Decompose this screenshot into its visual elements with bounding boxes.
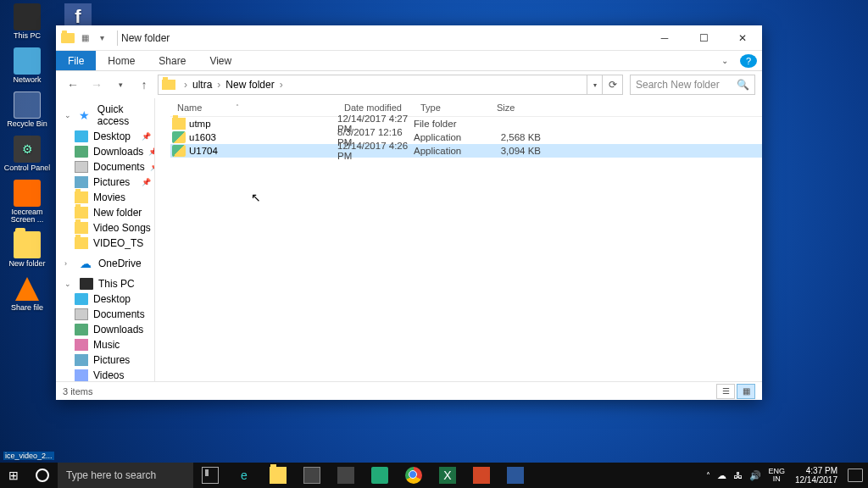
pin-icon: 📌 <box>148 147 155 156</box>
taskbar-edge-icon[interactable]: e <box>227 463 261 488</box>
nav-pc-documents[interactable]: Documents <box>56 307 154 322</box>
recent-locations-button[interactable]: ▾ <box>110 75 131 95</box>
tray-network-icon[interactable]: 🖧 <box>733 470 743 480</box>
nav-newfolder[interactable]: New folder <box>56 205 154 220</box>
nav-pc-music[interactable]: Music <box>56 337 154 352</box>
file-row-utmp[interactable]: utmp 12/14/2017 4:27 PM File folder <box>170 117 762 130</box>
desktop-icon-sharefile[interactable]: Share file <box>3 275 51 313</box>
nav-documents[interactable]: Documents📌 <box>56 159 154 175</box>
search-icon: 🔍 <box>737 79 749 91</box>
navigation-pane[interactable]: ⌄★Quick access Desktop📌 Downloads📌 Docum… <box>56 98 155 381</box>
system-tray[interactable]: ˄ ☁ 🖧 🔊 ENG IN <box>701 468 790 483</box>
taskbar-app-icon[interactable] <box>363 463 397 488</box>
column-type[interactable]: Type <box>414 103 490 113</box>
folder-icon <box>162 80 175 90</box>
nav-movies[interactable]: Movies <box>56 190 154 205</box>
view-details-button[interactable]: ☰ <box>716 384 735 399</box>
nav-quick-access[interactable]: ⌄★Quick access <box>56 102 154 129</box>
application-icon <box>172 131 186 143</box>
task-view-button[interactable] <box>193 463 227 488</box>
address-bar-row: ← → ▾ ↑ › ultra › New folder › ▾ ⟳ Searc… <box>56 71 762 98</box>
start-button[interactable]: ⊞ <box>0 463 27 488</box>
refresh-button[interactable]: ⟳ <box>603 75 623 95</box>
breadcrumb-segment[interactable]: New folder <box>224 79 275 91</box>
nav-videosongs[interactable]: Video Songs <box>56 220 154 236</box>
view-large-icons-button[interactable]: ▦ <box>737 384 755 399</box>
nav-videots[interactable]: VIDEO_TS <box>56 236 154 251</box>
column-name[interactable]: Name˄ <box>170 103 337 113</box>
file-explorer-window: ▦ ▾ New folder ─ ☐ ✕ File Home Share Vie… <box>56 25 762 400</box>
column-headers: Name˄ Date modified Type Size <box>170 98 762 117</box>
desktop-icon-recyclebin[interactable]: Recycle Bin <box>3 92 51 129</box>
folder-icon <box>172 118 186 130</box>
pin-icon: 📌 <box>142 178 151 186</box>
taskbar-store-icon[interactable] <box>295 463 329 488</box>
file-list-view: Name˄ Date modified Type Size utmp 12/14… <box>155 98 762 381</box>
nav-pc-videos[interactable]: Videos <box>56 368 154 381</box>
chevron-icon[interactable]: › <box>181 79 191 91</box>
sort-indicator-icon: ˄ <box>236 103 239 111</box>
ribbon-file-tab[interactable]: File <box>56 51 96 70</box>
chevron-icon[interactable]: › <box>214 79 224 91</box>
application-icon <box>172 145 186 157</box>
qat-newfolder-icon[interactable]: ▾ <box>95 31 108 45</box>
nav-thispc[interactable]: ⌄This PC <box>56 276 154 291</box>
file-row-u1603[interactable]: u1603 8/3/2017 12:16 PM Application 2,56… <box>170 130 762 144</box>
qat-properties-icon[interactable]: ▦ <box>78 31 92 45</box>
taskbar-clock[interactable]: 4:37 PM 12/14/2017 <box>790 466 843 485</box>
column-size[interactable]: Size <box>490 103 541 113</box>
window-title: New folder <box>121 32 170 44</box>
nav-pictures[interactable]: Pictures📌 <box>56 175 154 190</box>
chevron-icon[interactable]: › <box>276 79 287 91</box>
taskbar-word-icon[interactable] <box>498 463 532 488</box>
desktop-icon-newfolder[interactable]: New folder <box>3 231 51 269</box>
taskbar-explorer-icon[interactable] <box>261 463 295 488</box>
taskbar-search-input[interactable]: Type here to search <box>58 463 193 488</box>
tray-onedrive-icon[interactable]: ☁ <box>717 470 726 481</box>
folder-icon <box>61 33 75 43</box>
nav-desktop[interactable]: Desktop📌 <box>56 129 154 144</box>
nav-pc-pictures[interactable]: Pictures <box>56 352 154 368</box>
tray-volume-icon[interactable]: 🔊 <box>749 470 761 481</box>
address-dropdown-button[interactable]: ▾ <box>587 75 603 95</box>
taskbar-excel-icon[interactable]: X <box>431 463 465 488</box>
help-button[interactable]: ? <box>740 54 757 68</box>
desktop-icon-thispc[interactable]: This PC <box>3 3 51 41</box>
close-button[interactable]: ✕ <box>723 25 762 51</box>
desktop-selected-label[interactable]: ice_video_2... <box>3 452 54 460</box>
search-input[interactable]: Search New folder 🔍 <box>630 75 755 95</box>
desktop-icon-network[interactable]: Network <box>3 47 51 85</box>
nav-pc-downloads[interactable]: Downloads <box>56 322 154 337</box>
taskbar-powerpoint-icon[interactable] <box>465 463 498 488</box>
file-row-u1704[interactable]: U1704 12/14/2017 4:26 PM Application 3,0… <box>170 144 762 158</box>
breadcrumb-bar[interactable]: › ultra › New folder › <box>158 75 587 95</box>
taskbar-mail-icon[interactable] <box>329 463 363 488</box>
nav-downloads[interactable]: Downloads📌 <box>56 144 154 159</box>
ribbon: File Home Share View ⌄ ? <box>56 51 762 71</box>
ribbon-collapse-button[interactable]: ⌄ <box>715 51 735 70</box>
titlebar[interactable]: ▦ ▾ New folder ─ ☐ ✕ <box>56 25 762 51</box>
column-date[interactable]: Date modified <box>337 103 414 113</box>
back-button[interactable]: ← <box>63 75 83 95</box>
nav-pc-desktop[interactable]: Desktop <box>56 291 154 307</box>
taskbar-chrome-icon[interactable] <box>397 463 431 488</box>
ribbon-home-tab[interactable]: Home <box>96 51 147 70</box>
status-text: 3 items <box>63 386 92 396</box>
forward-button[interactable]: → <box>86 75 107 95</box>
pin-icon: 📌 <box>142 132 151 141</box>
nav-onedrive[interactable]: ›☁OneDrive <box>56 256 154 271</box>
maximize-button[interactable]: ☐ <box>684 25 723 51</box>
up-button[interactable]: ↑ <box>134 75 154 95</box>
taskbar: ⊞ Type here to search e X ˄ ☁ 🖧 🔊 ENG IN… <box>0 463 868 488</box>
minimize-button[interactable]: ─ <box>645 25 684 51</box>
action-center-button[interactable] <box>848 469 863 482</box>
ribbon-share-tab[interactable]: Share <box>147 51 198 70</box>
language-indicator[interactable]: ENG IN <box>768 468 785 483</box>
status-bar: 3 items ☰ ▦ <box>56 381 762 400</box>
desktop-icon-icecream[interactable]: Icecream Screen ... <box>3 180 51 225</box>
cortana-button[interactable] <box>27 463 58 488</box>
ribbon-view-tab[interactable]: View <box>198 51 243 70</box>
breadcrumb-segment[interactable]: ultra <box>191 79 214 91</box>
desktop-icon-controlpanel[interactable]: ⚙Control Panel <box>3 136 51 173</box>
tray-overflow-button[interactable]: ˄ <box>706 471 710 480</box>
